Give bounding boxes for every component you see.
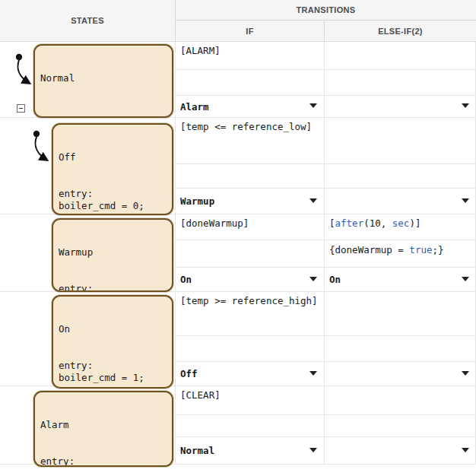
destination-label: On bbox=[180, 274, 192, 285]
table-body: Normal [ALARM] Alarm bbox=[0, 42, 476, 476]
state-box-alarm[interactable]: Alarm entry:boiler_cmd = 0; bbox=[33, 391, 173, 467]
minus-glyph bbox=[19, 108, 23, 109]
destination-label: On bbox=[329, 274, 341, 285]
transitions-header: TRANSITIONS bbox=[176, 0, 476, 21]
table-row: On entry:boiler_cmd = 1; [temp >= refere… bbox=[0, 292, 476, 386]
states-cell-on: On entry:boiler_cmd = 1; bbox=[0, 292, 176, 386]
if-cell: [temp <= reference_low] Warmup bbox=[176, 118, 325, 214]
if-destination-cell[interactable]: On bbox=[176, 268, 324, 292]
elseif-action-cell[interactable] bbox=[325, 70, 476, 96]
if-cell: [temp >= reference_high] Off bbox=[176, 292, 325, 386]
if-action-cell[interactable] bbox=[176, 240, 324, 268]
destination-label: Warmup bbox=[180, 195, 214, 207]
state-body: entry:boiler_cmd = 1; bbox=[59, 360, 167, 384]
states-header: STATES bbox=[0, 0, 176, 42]
if-column-header: IF bbox=[176, 21, 325, 42]
elseif-cell: [after(10, sec)] {doneWarmup = true;} On bbox=[325, 214, 476, 292]
table-row: Off entry:boiler_cmd = 0;doneWarmup = fa… bbox=[0, 118, 476, 214]
states-cell-off: Off entry:boiler_cmd = 0;doneWarmup = fa… bbox=[0, 118, 176, 214]
states-cell-alarm: Alarm entry:boiler_cmd = 0; bbox=[0, 386, 176, 465]
elseif-action-cell[interactable] bbox=[325, 164, 476, 189]
if-cell: [ALARM] Alarm bbox=[176, 42, 325, 118]
if-condition-cell[interactable]: [ALARM] bbox=[176, 42, 324, 70]
state-box-on[interactable]: On entry:boiler_cmd = 1; bbox=[52, 295, 173, 389]
state-box-off[interactable]: Off entry:boiler_cmd = 0;doneWarmup = fa… bbox=[52, 123, 173, 215]
default-transition-arrow-icon[interactable] bbox=[28, 129, 54, 163]
if-condition-cell[interactable]: [CLEAR] bbox=[176, 386, 324, 415]
dropdown-icon[interactable] bbox=[309, 277, 317, 281]
elseif-action-cell[interactable]: {doneWarmup = true;} bbox=[325, 240, 476, 268]
dropdown-icon[interactable] bbox=[309, 198, 317, 203]
elseif-condition-cell[interactable] bbox=[325, 118, 476, 164]
elseif-condition-cell[interactable]: [after(10, sec)] bbox=[325, 214, 476, 240]
state-box-normal[interactable]: Normal bbox=[33, 44, 173, 118]
if-cell: [doneWarmup] On bbox=[176, 214, 325, 292]
elseif-destination-cell[interactable] bbox=[325, 362, 476, 386]
table-row: Alarm entry:boiler_cmd = 0; [CLEAR] Norm… bbox=[0, 386, 476, 465]
elseif-action-cell[interactable] bbox=[325, 415, 476, 437]
elseif-destination-cell[interactable] bbox=[325, 189, 476, 214]
elseif-condition-cell[interactable] bbox=[325, 386, 476, 415]
elseif-condition-cell[interactable] bbox=[325, 292, 476, 336]
table-row: Normal [ALARM] Alarm bbox=[0, 42, 476, 118]
destination-label: Off bbox=[180, 368, 198, 379]
elseif-header-label: ELSE-IF(2) bbox=[378, 27, 423, 36]
dropdown-icon[interactable] bbox=[309, 103, 317, 108]
if-destination-cell[interactable]: Normal bbox=[176, 437, 324, 465]
elseif-cell bbox=[325, 42, 476, 118]
elseif-cell bbox=[325, 386, 476, 465]
dropdown-icon[interactable] bbox=[462, 371, 469, 376]
transitions-header-label: TRANSITIONS bbox=[297, 5, 356, 14]
table-row: Warmup entry:boiler_cmd = 2; [doneWarmup… bbox=[0, 214, 476, 292]
collapse-icon[interactable] bbox=[17, 104, 25, 113]
if-action-cell[interactable] bbox=[176, 336, 324, 362]
dropdown-icon[interactable] bbox=[462, 448, 469, 452]
elseif-destination-cell[interactable] bbox=[325, 437, 476, 465]
elseif-cell bbox=[325, 118, 476, 214]
states-header-label: STATES bbox=[71, 16, 104, 25]
state-name: On bbox=[59, 323, 167, 335]
dropdown-icon[interactable] bbox=[462, 103, 469, 108]
state-body: entry:boiler_cmd = 0; bbox=[40, 455, 167, 467]
destination-label: Normal bbox=[180, 445, 214, 456]
state-name: Alarm bbox=[40, 419, 167, 431]
elseif-column-header: ELSE-IF(2) bbox=[325, 21, 476, 42]
state-transition-table: STATES TRANSITIONS IF ELSE-IF(2) bbox=[0, 0, 476, 476]
if-cell: [CLEAR] Normal bbox=[176, 386, 325, 465]
state-body: entry:boiler_cmd = 2; bbox=[59, 283, 167, 292]
dropdown-icon[interactable] bbox=[462, 277, 469, 281]
destination-label: Alarm bbox=[180, 101, 209, 113]
elseif-destination-cell[interactable]: On bbox=[325, 268, 476, 292]
dropdown-icon[interactable] bbox=[309, 371, 317, 376]
if-action-cell[interactable] bbox=[176, 70, 324, 96]
state-box-warmup[interactable]: Warmup entry:boiler_cmd = 2; bbox=[52, 218, 173, 292]
elseif-action-cell[interactable] bbox=[325, 336, 476, 362]
if-header-label: IF bbox=[246, 27, 253, 36]
states-cell-normal: Normal bbox=[0, 42, 176, 118]
if-destination-cell[interactable]: Off bbox=[176, 362, 324, 386]
state-name: Off bbox=[59, 151, 167, 163]
default-transition-arrow-icon[interactable] bbox=[10, 52, 36, 87]
state-body: entry:boiler_cmd = 0;doneWarmup = false; bbox=[59, 188, 167, 215]
elseif-cell bbox=[325, 292, 476, 386]
if-condition-cell[interactable]: [doneWarmup] bbox=[176, 214, 324, 240]
elseif-condition-cell[interactable] bbox=[325, 42, 476, 70]
state-name: Normal bbox=[40, 72, 167, 84]
if-destination-cell[interactable]: Alarm bbox=[176, 96, 324, 118]
if-action-cell[interactable] bbox=[176, 415, 324, 437]
elseif-destination-cell[interactable] bbox=[325, 96, 476, 118]
if-condition-cell[interactable]: [temp >= reference_high] bbox=[176, 292, 324, 336]
if-action-cell[interactable] bbox=[176, 164, 324, 189]
if-condition-cell[interactable]: [temp <= reference_low] bbox=[176, 118, 324, 164]
state-name: Warmup bbox=[59, 246, 167, 259]
if-destination-cell[interactable]: Warmup bbox=[176, 189, 324, 214]
dropdown-icon[interactable] bbox=[462, 198, 469, 203]
states-cell-warmup: Warmup entry:boiler_cmd = 2; bbox=[0, 214, 176, 292]
dropdown-icon[interactable] bbox=[309, 448, 317, 452]
